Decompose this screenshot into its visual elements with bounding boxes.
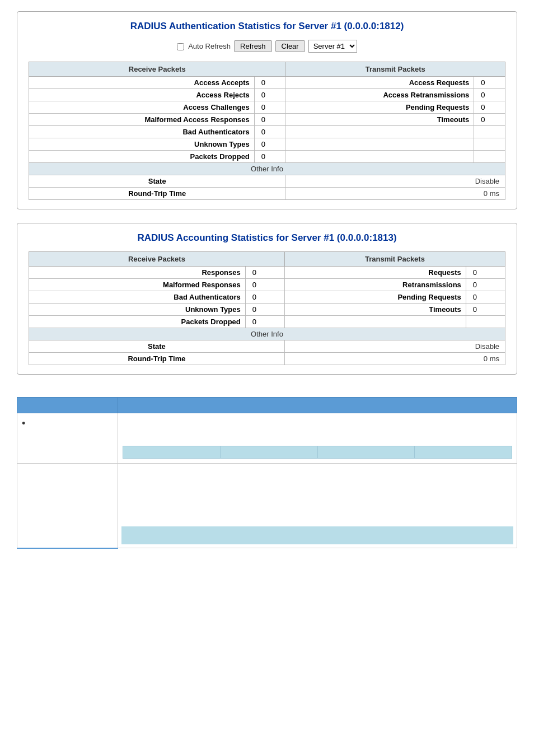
bottom-highlight xyxy=(121,526,513,544)
bottom-header-row xyxy=(17,398,517,413)
acct-left-value-3: 0 xyxy=(245,304,284,316)
acct-card: RADIUS Accounting Statistics for Server … xyxy=(17,223,517,375)
auth-left-value-4: 0 xyxy=(254,126,285,138)
auth-right-label-3: Timeouts xyxy=(285,114,474,126)
auth-row-3: Malformed Access Responses0Timeouts0 xyxy=(29,114,505,126)
sub-col-3 xyxy=(317,446,415,459)
acct-left-label-3: Unknown Types xyxy=(29,304,246,316)
acct-row-0: Responses0Requests0 xyxy=(29,267,505,279)
acct-right-value-3: 0 xyxy=(466,304,505,316)
auth-left-value-1: 0 xyxy=(254,89,285,101)
auth-left-label-2: Access Challenges xyxy=(29,101,255,114)
auth-left-value-0: 0 xyxy=(254,77,285,89)
auth-right-label-4 xyxy=(285,126,474,138)
auth-right-value-3: 0 xyxy=(474,114,505,126)
acct-right-label-4 xyxy=(284,316,466,328)
refresh-button[interactable]: Refresh xyxy=(234,40,272,52)
auth-stats-table: Receive Packets Transmit Packets Access … xyxy=(29,62,505,200)
bottom-bullet-cell: • xyxy=(17,413,118,464)
acct-right-label-1: Retransmissions xyxy=(284,279,466,291)
auth-right-value-2: 0 xyxy=(474,101,505,114)
auth-title: RADIUS Authentication Statistics for Ser… xyxy=(29,21,505,32)
acct-left-value-0: 0 xyxy=(245,267,284,279)
auth-row-1: Access Rejects0Access Retransmissions0 xyxy=(29,89,505,101)
acct-state-label: State xyxy=(29,340,285,353)
bottom-section: • xyxy=(17,397,517,549)
acct-right-value-2: 0 xyxy=(466,291,505,304)
auth-rtt-label: Round-Trip Time xyxy=(29,188,285,200)
acct-left-label-4: Packets Dropped xyxy=(29,316,246,328)
auth-right-value-6 xyxy=(474,151,505,163)
auth-row-5: Unknown Types0 xyxy=(29,138,505,151)
acct-left-value-1: 0 xyxy=(245,279,284,291)
auto-refresh-checkbox[interactable] xyxy=(177,43,184,50)
auth-right-label-6 xyxy=(285,151,474,163)
acct-row-3: Unknown Types0Timeouts0 xyxy=(29,304,505,316)
auth-rtt-value: 0 ms xyxy=(285,188,505,200)
bottom-bullet-content xyxy=(118,413,517,464)
acct-state-value: Disable xyxy=(284,340,505,353)
auth-row-4: Bad Authenticators0 xyxy=(29,126,505,138)
auth-left-label-3: Malformed Access Responses xyxy=(29,114,255,126)
auth-state-value: Disable xyxy=(285,175,505,188)
acct-row-4: Packets Dropped0 xyxy=(29,316,505,328)
acct-left-label-0: Responses xyxy=(29,267,246,279)
sub-header-row xyxy=(123,446,512,459)
bottom-header-right xyxy=(118,398,517,413)
auth-state-label: State xyxy=(29,175,285,188)
bottom-header-left xyxy=(17,398,118,413)
bottom-content-left xyxy=(17,464,118,548)
acct-row-1: Malformed Responses0Retransmissions0 xyxy=(29,279,505,291)
acct-stats-table: Receive Packets Transmit Packets Respons… xyxy=(29,251,505,365)
acct-right-label-2: Pending Requests xyxy=(284,291,466,304)
acct-rtt-label: Round-Trip Time xyxy=(29,353,285,365)
auth-right-value-0: 0 xyxy=(474,77,505,89)
acct-row-2: Bad Authenticators0Pending Requests0 xyxy=(29,291,505,304)
sub-col-4 xyxy=(415,446,512,459)
acct-rtt-value: 0 ms xyxy=(284,353,505,365)
bottom-content-right xyxy=(118,464,517,548)
auth-row-0: Access Accepts0Access Requests0 xyxy=(29,77,505,89)
acct-right-label-3: Timeouts xyxy=(284,304,466,316)
acct-right-value-0: 0 xyxy=(466,267,505,279)
main-content: RADIUS Authentication Statistics for Ser… xyxy=(0,0,534,560)
auth-row-6: Packets Dropped0 xyxy=(29,151,505,163)
auth-right-label-1: Access Retransmissions xyxy=(285,89,474,101)
server-select[interactable]: Server #1 Server #2 xyxy=(308,40,357,53)
bottom-content-row xyxy=(17,464,517,548)
acct-left-label-2: Bad Authenticators xyxy=(29,291,246,304)
auth-other-info: Other Info xyxy=(29,163,505,175)
auth-right-label-5 xyxy=(285,138,474,151)
auth-right-value-1: 0 xyxy=(474,89,505,101)
auth-right-label-0: Access Requests xyxy=(285,77,474,89)
acct-transmit-header: Transmit Packets xyxy=(284,252,505,267)
auth-right-value-4 xyxy=(474,126,505,138)
acct-left-label-1: Malformed Responses xyxy=(29,279,246,291)
auth-left-label-0: Access Accepts xyxy=(29,77,255,89)
acct-right-label-0: Requests xyxy=(284,267,466,279)
auth-toolbar: Auto Refresh Refresh Clear Server #1 Ser… xyxy=(29,40,505,53)
acct-title: RADIUS Accounting Statistics for Server … xyxy=(29,232,505,244)
sub-col-1 xyxy=(123,446,221,459)
auth-row-2: Access Challenges0Pending Requests0 xyxy=(29,101,505,114)
acct-right-value-1: 0 xyxy=(466,279,505,291)
auth-left-value-5: 0 xyxy=(254,138,285,151)
auth-left-label-5: Unknown Types xyxy=(29,138,255,151)
sub-table xyxy=(123,446,512,459)
auth-right-value-5 xyxy=(474,138,505,151)
auth-left-label-1: Access Rejects xyxy=(29,89,255,101)
auto-refresh-label: Auto Refresh xyxy=(177,42,231,50)
acct-right-value-4 xyxy=(466,316,505,328)
auth-left-value-6: 0 xyxy=(254,151,285,163)
auth-left-value-2: 0 xyxy=(254,101,285,114)
auth-transmit-header: Transmit Packets xyxy=(285,62,505,77)
bullet-icon: • xyxy=(22,418,25,429)
auth-left-label-4: Bad Authenticators xyxy=(29,126,255,138)
bottom-bullet-row: • xyxy=(17,413,517,464)
auth-receive-header: Receive Packets xyxy=(29,62,285,77)
clear-button[interactable]: Clear xyxy=(275,40,305,52)
auth-left-label-6: Packets Dropped xyxy=(29,151,255,163)
sub-col-2 xyxy=(220,446,317,459)
acct-other-info: Other Info xyxy=(29,328,505,340)
bottom-table: • xyxy=(17,397,517,549)
